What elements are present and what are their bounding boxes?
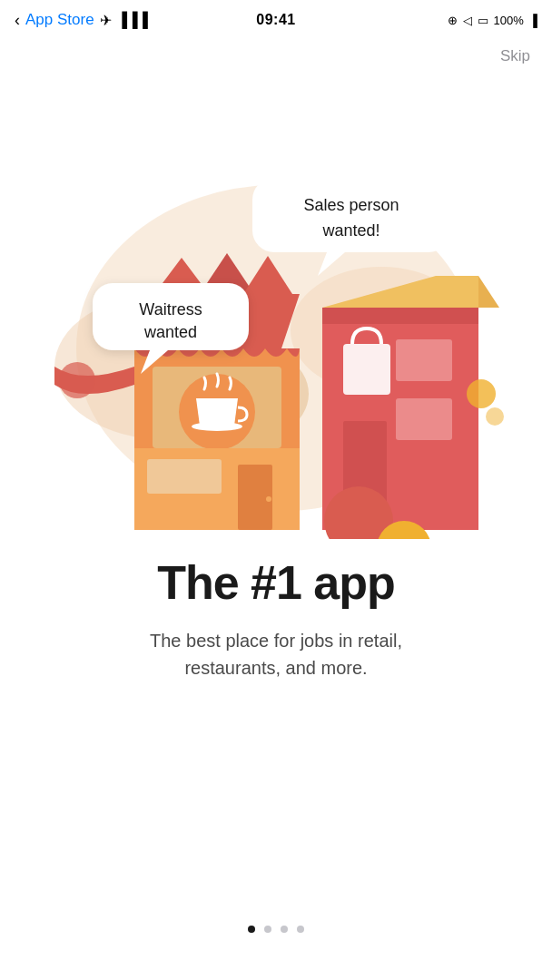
status-time: 09:41: [256, 12, 295, 28]
svg-text:wanted: wanted: [143, 323, 197, 341]
svg-marker-19: [478, 276, 499, 308]
svg-point-11: [192, 422, 242, 431]
location-icon: ⊕: [448, 14, 458, 27]
status-icons: ⊕ ◁ ▭ 100% ▐: [448, 14, 537, 27]
svg-text:wanted!: wanted!: [321, 221, 380, 240]
illustration-svg: Waitress wanted Sales person wanted!: [0, 49, 552, 539]
svg-rect-13: [147, 459, 222, 494]
page-dot-1[interactable]: [248, 926, 255, 933]
svg-point-36: [467, 379, 496, 408]
illustration-area: Waitress wanted Sales person wanted!: [0, 49, 552, 539]
page-dot-4[interactable]: [297, 926, 304, 933]
svg-rect-22: [396, 398, 452, 440]
svg-text:Sales person: Sales person: [303, 196, 399, 214]
svg-point-15: [266, 496, 271, 502]
battery-level: 100%: [494, 14, 524, 27]
subheadline: The best place for jobs in retail,restau…: [36, 627, 516, 681]
page-dot-3[interactable]: [281, 926, 288, 933]
svg-rect-32: [252, 178, 450, 252]
headline: The #1 app: [36, 557, 516, 609]
gps-icon: ◁: [463, 14, 472, 27]
signal-icon: ▐▐▐: [117, 12, 148, 28]
app-store-label[interactable]: App Store: [25, 11, 94, 29]
text-content: The #1 app The best place for jobs in re…: [0, 539, 552, 681]
page-dots: [248, 926, 304, 933]
svg-point-37: [486, 407, 504, 426]
svg-text:Waitress: Waitress: [139, 300, 202, 318]
svg-rect-21: [396, 339, 452, 381]
status-left: ‹ App Store ✈ ▐▐▐: [15, 11, 148, 30]
airplay-icon: ▭: [478, 14, 488, 27]
svg-point-38: [59, 362, 95, 398]
page-dot-2[interactable]: [264, 926, 271, 933]
airplane-icon: ✈: [100, 12, 112, 29]
back-arrow-icon: ‹: [15, 11, 20, 30]
svg-rect-17: [322, 308, 478, 324]
svg-rect-20: [343, 344, 390, 395]
status-bar: ‹ App Store ✈ ▐▐▐ 09:41 ⊕ ◁ ▭ 100% ▐: [0, 0, 552, 40]
battery-icon: ▐: [529, 14, 537, 27]
